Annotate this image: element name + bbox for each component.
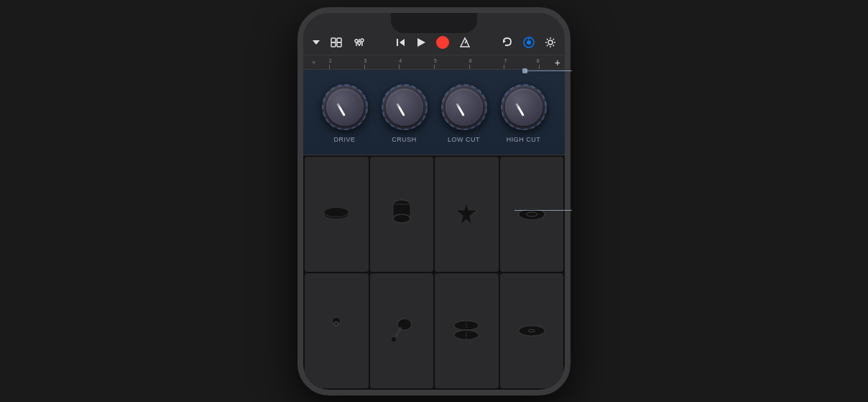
crush-knob[interactable] bbox=[382, 84, 428, 130]
highcut-label: HIGH CUT bbox=[507, 136, 541, 143]
svg-rect-4 bbox=[337, 42, 341, 47]
ruler-mark-6: 6 bbox=[469, 58, 472, 63]
drive-knob-container: DRIVE bbox=[322, 84, 368, 143]
svg-point-9 bbox=[358, 42, 361, 45]
drive-knob-inner bbox=[326, 88, 364, 126]
crush-indicator bbox=[396, 102, 405, 116]
ruler-mark-4: 4 bbox=[399, 58, 402, 63]
lowcut-label: LOW CUT bbox=[448, 136, 480, 143]
highcut-indicator bbox=[515, 102, 525, 116]
crush-knob-container: CRUSH bbox=[382, 84, 428, 143]
ride-icon bbox=[517, 316, 546, 345]
drum-pads-grid bbox=[303, 155, 565, 390]
mute-button[interactable] bbox=[297, 65, 299, 82]
drive-indicator bbox=[336, 102, 346, 116]
svg-marker-12 bbox=[400, 39, 405, 46]
pad-snare[interactable] bbox=[370, 157, 434, 272]
settings-icon[interactable] bbox=[545, 37, 556, 48]
eq-icon[interactable] bbox=[354, 37, 365, 47]
highcut-knob-container: HIGH CUT bbox=[501, 84, 547, 143]
svg-point-10 bbox=[361, 39, 364, 42]
svg-marker-13 bbox=[417, 38, 425, 47]
svg-rect-2 bbox=[337, 38, 341, 42]
shaker-icon bbox=[387, 316, 416, 345]
cymbal-icon bbox=[517, 200, 546, 229]
ruler-mark-3: 3 bbox=[364, 58, 367, 63]
ruler-mark-7: 7 bbox=[504, 58, 507, 63]
svg-rect-1 bbox=[331, 38, 336, 42]
svg-point-18 bbox=[527, 40, 531, 45]
ruler-mark-5: 5 bbox=[434, 58, 437, 63]
lowcut-knob-inner bbox=[445, 88, 483, 126]
pad-cowbell[interactable] bbox=[305, 273, 369, 388]
crush-knob-inner bbox=[386, 88, 423, 126]
svg-point-20 bbox=[548, 40, 553, 45]
drive-knob[interactable] bbox=[322, 84, 368, 130]
lowcut-indicator bbox=[456, 102, 465, 116]
kick-accent-icon bbox=[452, 200, 481, 229]
phone-screen: 𝄢 2 3 4 5 6 7 8 + bbox=[303, 13, 565, 390]
highcut-knob[interactable] bbox=[501, 84, 547, 130]
volume-down-button[interactable] bbox=[297, 119, 299, 145]
pad-ride[interactable] bbox=[500, 273, 564, 388]
drive-label: DRIVE bbox=[333, 136, 355, 143]
phone-frame: 𝄢 2 3 4 5 6 7 8 + bbox=[297, 7, 571, 396]
play-icon[interactable] bbox=[416, 37, 426, 47]
snare-icon bbox=[387, 200, 416, 229]
ruler-mark-2: 2 bbox=[329, 58, 332, 63]
record-icon[interactable] bbox=[436, 36, 449, 49]
svg-point-34 bbox=[391, 337, 397, 342]
svg-marker-26 bbox=[456, 201, 477, 225]
cowbell-icon bbox=[322, 316, 351, 345]
side-button[interactable] bbox=[569, 128, 571, 171]
notch bbox=[391, 13, 477, 33]
lowcut-knob-container: LOW CUT bbox=[441, 84, 487, 143]
pad-hihat-closed[interactable] bbox=[305, 157, 369, 272]
svg-point-28 bbox=[526, 212, 537, 216]
add-track-icon[interactable]: + bbox=[555, 57, 560, 68]
svg-point-8 bbox=[355, 40, 358, 42]
smart-controls-icon[interactable] bbox=[523, 37, 535, 48]
svg-point-31 bbox=[334, 321, 338, 326]
hihat-open-icon bbox=[452, 316, 481, 345]
svg-point-39 bbox=[528, 329, 535, 332]
ruler-mark-8: 8 bbox=[537, 58, 540, 63]
highcut-knob-inner bbox=[505, 88, 542, 126]
lowcut-knob[interactable] bbox=[441, 84, 487, 130]
dropdown-icon[interactable] bbox=[312, 38, 320, 47]
effects-panel: DRIVE CRUSH bbox=[303, 70, 565, 155]
volume-up-button[interactable] bbox=[297, 85, 299, 111]
undo-icon[interactable] bbox=[502, 37, 513, 47]
pad-kick-accent[interactable] bbox=[435, 157, 499, 272]
pad-hihat-open[interactable] bbox=[435, 273, 499, 388]
hihat-closed-icon bbox=[322, 200, 351, 229]
svg-point-22 bbox=[324, 207, 348, 216]
timeline-ruler: 𝄢 2 3 4 5 6 7 8 + bbox=[303, 55, 565, 70]
svg-marker-0 bbox=[313, 40, 320, 45]
record-button-dot[interactable] bbox=[436, 36, 449, 49]
svg-rect-3 bbox=[331, 42, 336, 47]
pad-shaker[interactable] bbox=[370, 273, 434, 388]
svg-point-25 bbox=[393, 214, 410, 223]
metronome-icon[interactable] bbox=[459, 37, 471, 48]
svg-rect-11 bbox=[397, 39, 398, 46]
skipback-icon[interactable] bbox=[396, 37, 406, 47]
crush-label: CRUSH bbox=[392, 136, 417, 143]
pad-cymbal[interactable] bbox=[500, 157, 564, 272]
layers-icon[interactable] bbox=[331, 37, 343, 47]
